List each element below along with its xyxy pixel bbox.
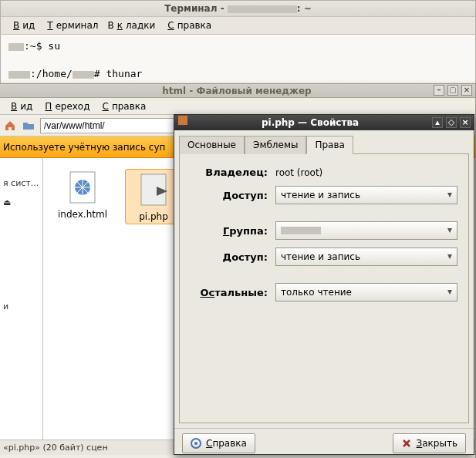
properties-title: pi.php — Свойства xyxy=(188,115,432,130)
home-icon[interactable] xyxy=(3,120,17,132)
maximize-button[interactable]: ▢ xyxy=(447,85,458,96)
close-button[interactable]: Закрыть xyxy=(393,433,466,453)
close-icon xyxy=(401,438,412,449)
help-icon xyxy=(191,438,201,449)
select-owner-access[interactable]: чтение и запись xyxy=(275,186,457,204)
select-value: только чтение xyxy=(281,287,352,298)
label-others: Остальные: xyxy=(191,287,268,298)
label-group: Группа: xyxy=(191,225,268,237)
sidebar-item[interactable]: я сист... xyxy=(0,173,41,193)
menu-view[interactable]: ВВидид xyxy=(7,19,38,32)
menu-help[interactable]: Справка xyxy=(161,19,214,32)
file-label: index.html xyxy=(58,209,107,220)
select-group-access[interactable]: чтение и запись xyxy=(275,248,457,266)
terminal-menubar: ВВидид Терминал Вкладки Справка xyxy=(1,17,475,35)
app-icon xyxy=(177,115,188,130)
window-controls: – ▢ × xyxy=(434,85,472,96)
menu-tabs[interactable]: Вкладки xyxy=(104,19,158,32)
redacted-hostname xyxy=(228,5,297,13)
sidebar: я сист... и xyxy=(0,158,43,439)
status-text: «pi.php» (20 байт) сцен xyxy=(3,443,108,453)
permissions-pane: Владелец: root (root) Доступ: чтение и з… xyxy=(179,153,469,423)
php-file-icon xyxy=(135,171,172,208)
shade-button[interactable]: ▴ xyxy=(432,117,443,128)
sidebar-item-eject[interactable] xyxy=(0,193,41,212)
menu-help[interactable]: Справка xyxy=(96,99,150,113)
select-value: чтение и запись xyxy=(281,251,360,262)
maximize-button[interactable]: ◇ xyxy=(446,117,457,128)
select-others-access[interactable]: только чтение xyxy=(275,283,457,301)
window-controls: ▴ ◇ × xyxy=(432,117,471,128)
label-access2: Доступ: xyxy=(191,251,268,263)
html-file-icon xyxy=(64,169,101,206)
select-group[interactable] xyxy=(275,221,457,240)
terminal-title-suffix: : ~ xyxy=(297,3,312,14)
filemanager-menubar: Вид Переход Справка xyxy=(0,98,475,115)
folder-icon[interactable] xyxy=(22,120,35,132)
menu-terminal[interactable]: Терминал xyxy=(41,19,101,32)
row-group: Группа: xyxy=(191,221,457,240)
row-others: Остальные: только чтение xyxy=(191,283,457,301)
filemanager-titlebar: html - Файловый менеджер – ▢ × xyxy=(0,84,475,98)
minimize-button[interactable]: – xyxy=(434,85,444,96)
close-button[interactable]: × xyxy=(461,85,472,96)
tab-basic[interactable]: Основные xyxy=(179,136,245,154)
menu-view[interactable]: Вид xyxy=(5,99,35,113)
svg-rect-4 xyxy=(178,116,187,125)
row-group-access: Доступ: чтение и запись xyxy=(191,248,457,266)
svg-point-6 xyxy=(194,442,197,445)
menu-go[interactable]: Переход xyxy=(39,99,93,113)
redacted-group xyxy=(281,227,321,234)
tab-emblems[interactable]: Эмблемы xyxy=(245,136,306,154)
terminal-body[interactable]: :~$ su :/home/# thunar xyxy=(1,35,475,86)
tab-permissions[interactable]: Права xyxy=(306,136,353,154)
redacted-dir xyxy=(73,71,94,79)
tabs: Основные Эмблемы Права xyxy=(174,130,474,153)
warning-text: Используете учётную запись суп xyxy=(3,142,165,153)
label-access: Доступ: xyxy=(191,190,268,201)
properties-dialog: pi.php — Свойства ▴ ◇ × Основные Эмблемы… xyxy=(174,114,474,455)
file-item-html[interactable]: index.html xyxy=(54,169,111,220)
select-value: чтение и запись xyxy=(281,190,360,200)
close-button[interactable]: × xyxy=(460,117,471,128)
value-owner: root (root) xyxy=(275,167,322,178)
help-button[interactable]: Справка xyxy=(182,433,255,453)
redacted-user xyxy=(8,71,30,79)
properties-titlebar: pi.php — Свойства ▴ ◇ × xyxy=(174,115,474,130)
file-label: pi.php xyxy=(139,211,168,222)
sidebar-item[interactable]: и xyxy=(0,297,41,316)
label-owner: Владелец: xyxy=(191,167,268,178)
row-owner-access: Доступ: чтение и запись xyxy=(191,186,457,204)
terminal-title-prefix: Терминал - xyxy=(164,3,228,14)
dialog-buttons: Справка Закрыть xyxy=(174,428,474,458)
redacted-user xyxy=(8,43,24,51)
terminal-titlebar: Терминал - : ~ xyxy=(1,1,475,17)
filemanager-title: html - Файловый менеджер xyxy=(162,86,311,96)
row-owner: Владелец: root (root) xyxy=(191,167,457,178)
